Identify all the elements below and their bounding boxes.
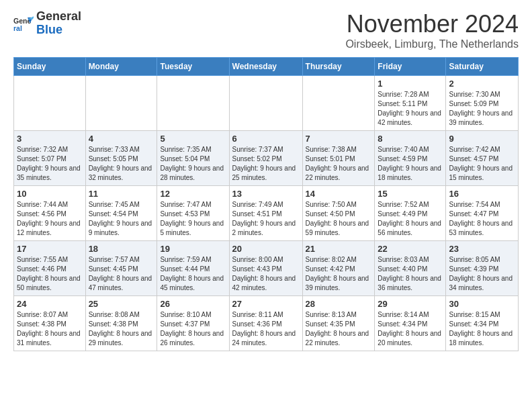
day-number: 15 — [378, 189, 443, 199]
day-info: Sunrise: 8:10 AM Sunset: 4:37 PM Dayligh… — [160, 310, 226, 348]
calendar-table: Sunday Monday Tuesday Wednesday Thursday… — [13, 57, 519, 351]
title-section: November 2024 Oirsbeek, Limburg, The Net… — [345, 10, 519, 50]
day-info: Sunrise: 7:33 AM Sunset: 5:05 PM Dayligh… — [89, 145, 154, 183]
table-row: 10Sunrise: 7:44 AM Sunset: 4:56 PM Dayli… — [14, 186, 86, 241]
day-info: Sunrise: 7:57 AM Sunset: 4:45 PM Dayligh… — [89, 255, 154, 293]
location: Oirsbeek, Limburg, The Netherlands — [345, 38, 519, 50]
table-row — [85, 76, 157, 131]
table-row: 23Sunrise: 8:05 AM Sunset: 4:39 PM Dayli… — [446, 241, 519, 296]
day-number: 5 — [160, 134, 226, 144]
day-number: 18 — [89, 244, 154, 254]
header: Gene ral General Blue November 2024 Oirs… — [13, 10, 519, 50]
table-row: 15Sunrise: 7:52 AM Sunset: 4:49 PM Dayli… — [375, 186, 446, 241]
day-info: Sunrise: 8:07 AM Sunset: 4:38 PM Dayligh… — [17, 310, 83, 348]
table-row: 8Sunrise: 7:40 AM Sunset: 4:59 PM Daylig… — [375, 131, 446, 186]
day-info: Sunrise: 7:30 AM Sunset: 5:09 PM Dayligh… — [449, 90, 515, 128]
day-info: Sunrise: 7:35 AM Sunset: 5:04 PM Dayligh… — [160, 145, 226, 183]
table-row: 17Sunrise: 7:55 AM Sunset: 4:46 PM Dayli… — [14, 241, 86, 296]
svg-text:ral: ral — [13, 24, 22, 32]
day-number: 20 — [232, 244, 300, 254]
day-number: 17 — [17, 244, 83, 254]
logo-general: General — [36, 10, 81, 24]
day-number: 2 — [449, 79, 515, 89]
day-info: Sunrise: 8:15 AM Sunset: 4:34 PM Dayligh… — [449, 310, 515, 348]
table-row: 12Sunrise: 7:47 AM Sunset: 4:53 PM Dayli… — [157, 186, 229, 241]
calendar-week-row: 3Sunrise: 7:32 AM Sunset: 5:07 PM Daylig… — [14, 131, 519, 186]
day-number: 10 — [17, 189, 83, 199]
day-number: 1 — [378, 79, 443, 89]
table-row: 13Sunrise: 7:49 AM Sunset: 4:51 PM Dayli… — [229, 186, 302, 241]
calendar-week-row: 17Sunrise: 7:55 AM Sunset: 4:46 PM Dayli… — [14, 241, 519, 296]
day-info: Sunrise: 7:54 AM Sunset: 4:47 PM Dayligh… — [449, 200, 515, 238]
day-number: 19 — [160, 244, 226, 254]
table-row: 29Sunrise: 8:14 AM Sunset: 4:34 PM Dayli… — [375, 296, 446, 351]
table-row: 4Sunrise: 7:33 AM Sunset: 5:05 PM Daylig… — [85, 131, 157, 186]
day-number: 7 — [306, 134, 372, 144]
day-number: 6 — [232, 134, 300, 144]
logo: Gene ral General Blue — [13, 10, 81, 37]
table-row: 2Sunrise: 7:30 AM Sunset: 5:09 PM Daylig… — [446, 76, 519, 131]
day-info: Sunrise: 8:02 AM Sunset: 4:42 PM Dayligh… — [306, 255, 372, 293]
day-info: Sunrise: 8:14 AM Sunset: 4:34 PM Dayligh… — [378, 310, 443, 348]
day-info: Sunrise: 8:13 AM Sunset: 4:35 PM Dayligh… — [306, 310, 372, 348]
day-info: Sunrise: 7:42 AM Sunset: 4:57 PM Dayligh… — [449, 145, 515, 183]
day-number: 13 — [232, 189, 300, 199]
day-number: 4 — [89, 134, 154, 144]
day-number: 28 — [306, 299, 372, 309]
page: Gene ral General Blue November 2024 Oirs… — [0, 0, 532, 361]
table-row: 7Sunrise: 7:38 AM Sunset: 5:01 PM Daylig… — [302, 131, 375, 186]
col-tuesday: Tuesday — [157, 58, 229, 76]
day-number: 26 — [160, 299, 226, 309]
table-row — [14, 76, 86, 131]
day-number: 14 — [306, 189, 372, 199]
day-info: Sunrise: 7:45 AM Sunset: 4:54 PM Dayligh… — [89, 200, 154, 238]
table-row: 27Sunrise: 8:11 AM Sunset: 4:36 PM Dayli… — [229, 296, 302, 351]
day-number: 24 — [17, 299, 83, 309]
table-row: 28Sunrise: 8:13 AM Sunset: 4:35 PM Dayli… — [302, 296, 375, 351]
day-info: Sunrise: 7:47 AM Sunset: 4:53 PM Dayligh… — [160, 200, 226, 238]
day-info: Sunrise: 7:52 AM Sunset: 4:49 PM Dayligh… — [378, 200, 443, 238]
month-title: November 2024 — [345, 10, 519, 38]
table-row: 24Sunrise: 8:07 AM Sunset: 4:38 PM Dayli… — [14, 296, 86, 351]
day-number: 9 — [449, 134, 515, 144]
col-wednesday: Wednesday — [229, 58, 302, 76]
day-info: Sunrise: 7:55 AM Sunset: 4:46 PM Dayligh… — [17, 255, 83, 293]
logo-text: General Blue — [36, 10, 81, 37]
day-info: Sunrise: 7:40 AM Sunset: 4:59 PM Dayligh… — [378, 145, 443, 183]
day-number: 30 — [449, 299, 515, 309]
calendar-week-row: 1Sunrise: 7:28 AM Sunset: 5:11 PM Daylig… — [14, 76, 519, 131]
table-row: 6Sunrise: 7:37 AM Sunset: 5:02 PM Daylig… — [229, 131, 302, 186]
table-row — [229, 76, 302, 131]
col-friday: Friday — [375, 58, 446, 76]
day-number: 27 — [232, 299, 300, 309]
table-row: 11Sunrise: 7:45 AM Sunset: 4:54 PM Dayli… — [85, 186, 157, 241]
day-info: Sunrise: 8:08 AM Sunset: 4:38 PM Dayligh… — [89, 310, 154, 348]
col-sunday: Sunday — [14, 58, 86, 76]
day-info: Sunrise: 7:38 AM Sunset: 5:01 PM Dayligh… — [306, 145, 372, 183]
day-number: 16 — [449, 189, 515, 199]
day-info: Sunrise: 8:11 AM Sunset: 4:36 PM Dayligh… — [232, 310, 300, 348]
day-info: Sunrise: 7:32 AM Sunset: 5:07 PM Dayligh… — [17, 145, 83, 183]
table-row: 26Sunrise: 8:10 AM Sunset: 4:37 PM Dayli… — [157, 296, 229, 351]
day-number: 21 — [306, 244, 372, 254]
day-info: Sunrise: 8:03 AM Sunset: 4:40 PM Dayligh… — [378, 255, 443, 293]
table-row: 9Sunrise: 7:42 AM Sunset: 4:57 PM Daylig… — [446, 131, 519, 186]
table-row: 14Sunrise: 7:50 AM Sunset: 4:50 PM Dayli… — [302, 186, 375, 241]
day-number: 25 — [89, 299, 154, 309]
day-number: 22 — [378, 244, 443, 254]
day-info: Sunrise: 8:00 AM Sunset: 4:43 PM Dayligh… — [232, 255, 300, 293]
col-monday: Monday — [85, 58, 157, 76]
day-number: 23 — [449, 244, 515, 254]
col-saturday: Saturday — [446, 58, 519, 76]
day-number: 3 — [17, 134, 83, 144]
day-number: 8 — [378, 134, 443, 144]
table-row: 21Sunrise: 8:02 AM Sunset: 4:42 PM Dayli… — [302, 241, 375, 296]
table-row — [157, 76, 229, 131]
table-row: 19Sunrise: 7:59 AM Sunset: 4:44 PM Dayli… — [157, 241, 229, 296]
day-info: Sunrise: 7:59 AM Sunset: 4:44 PM Dayligh… — [160, 255, 226, 293]
header-row: Sunday Monday Tuesday Wednesday Thursday… — [14, 58, 519, 76]
day-number: 11 — [89, 189, 154, 199]
calendar-week-row: 10Sunrise: 7:44 AM Sunset: 4:56 PM Dayli… — [14, 186, 519, 241]
day-number: 12 — [160, 189, 226, 199]
col-thursday: Thursday — [302, 58, 375, 76]
